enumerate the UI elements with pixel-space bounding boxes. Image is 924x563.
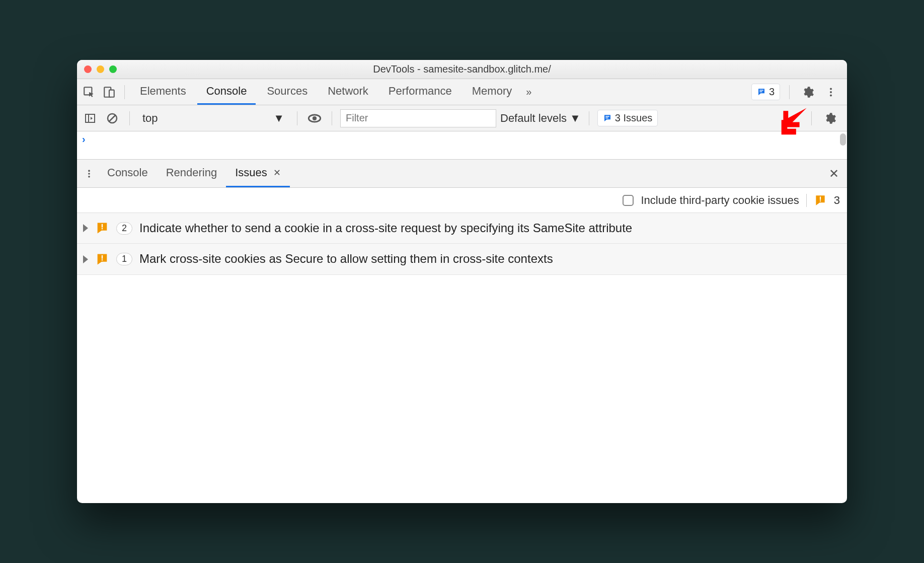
kebab-menu-icon[interactable] <box>822 83 840 101</box>
tab-sources[interactable]: Sources <box>258 79 317 105</box>
svg-rect-23 <box>102 255 103 258</box>
window-title: DevTools - samesite-sandbox.glitch.me/ <box>77 63 847 75</box>
issues-button[interactable]: 3 Issues <box>597 110 658 126</box>
svg-point-7 <box>830 94 832 96</box>
issues-total-count: 3 <box>834 194 840 207</box>
svg-rect-19 <box>820 196 821 200</box>
svg-rect-21 <box>102 224 103 228</box>
separator <box>806 194 807 207</box>
context-selector[interactable]: top ▼ <box>138 109 289 127</box>
expand-icon[interactable] <box>83 255 88 263</box>
drawer-tab-rendering[interactable]: Rendering <box>157 160 226 187</box>
drawer-tabstrip: Console Rendering Issues ✕ ✕ <box>77 160 847 188</box>
minimize-window-button[interactable] <box>97 65 104 73</box>
warning-icon <box>814 194 827 207</box>
drawer-menu-icon[interactable] <box>80 165 98 183</box>
console-toolbar-right <box>807 109 843 127</box>
separator <box>811 111 812 125</box>
svg-rect-20 <box>820 200 821 201</box>
tab-label: Issues <box>235 166 267 179</box>
settings-icon[interactable] <box>799 83 817 101</box>
traffic-lights <box>84 65 117 73</box>
svg-rect-15 <box>605 117 608 118</box>
tab-label: Console <box>107 166 148 179</box>
issues-counter-chip[interactable]: 3 <box>751 84 780 100</box>
drawer-tab-issues[interactable]: Issues ✕ <box>226 160 290 187</box>
device-toolbar-icon[interactable] <box>100 83 118 101</box>
svg-rect-24 <box>102 259 103 260</box>
separator <box>332 111 332 125</box>
svg-line-11 <box>109 115 115 121</box>
issue-count-badge: 2 <box>116 222 132 235</box>
tab-label: Console <box>206 85 247 98</box>
console-body[interactable]: › <box>77 131 847 160</box>
message-icon <box>757 88 766 97</box>
svg-rect-2 <box>109 90 114 97</box>
separator <box>297 111 297 125</box>
separator <box>589 111 589 125</box>
issue-row[interactable]: 2 Indicate whether to send a cookie in a… <box>77 213 847 244</box>
tab-label: Performance <box>389 85 452 98</box>
inspect-element-icon[interactable] <box>80 83 98 101</box>
close-tab-icon[interactable]: ✕ <box>273 167 281 178</box>
issue-title: Mark cross-site cookies as Secure to all… <box>139 251 553 267</box>
zoom-window-button[interactable] <box>109 65 117 73</box>
tab-performance[interactable]: Performance <box>379 79 461 105</box>
context-value: top <box>142 112 158 125</box>
tab-label: Memory <box>472 85 512 98</box>
log-levels-selector[interactable]: Default levels ▼ <box>500 112 581 125</box>
console-settings-icon[interactable] <box>821 109 839 127</box>
tab-elements[interactable]: Elements <box>131 79 195 105</box>
close-window-button[interactable] <box>84 65 92 73</box>
tab-label: Sources <box>267 85 307 98</box>
tab-network[interactable]: Network <box>319 79 377 105</box>
message-icon <box>603 114 612 123</box>
console-prompt-icon: › <box>82 133 86 145</box>
main-tabstrip: Elements Console Sources Network Perform… <box>77 79 847 105</box>
tabstrip-right: 3 <box>751 83 844 101</box>
svg-point-17 <box>88 173 90 175</box>
drawer-tab-console[interactable]: Console <box>98 160 157 187</box>
svg-rect-8 <box>86 114 95 122</box>
third-party-checkbox[interactable] <box>623 195 634 206</box>
third-party-label: Include third-party cookie issues <box>641 194 799 207</box>
close-drawer-icon[interactable]: ✕ <box>829 167 844 181</box>
separator <box>129 111 130 125</box>
separator <box>789 85 790 99</box>
expand-icon[interactable] <box>83 224 88 232</box>
dropdown-icon: ▼ <box>570 112 581 125</box>
separator <box>124 85 125 99</box>
dropdown-icon: ▼ <box>273 112 284 125</box>
svg-rect-14 <box>605 116 609 117</box>
warning-icon <box>95 252 109 266</box>
tab-label: Network <box>328 85 368 98</box>
svg-rect-4 <box>759 91 762 92</box>
svg-rect-22 <box>102 228 103 229</box>
issues-chip-count: 3 <box>769 86 775 98</box>
svg-point-13 <box>313 116 317 120</box>
svg-rect-3 <box>759 90 763 91</box>
issue-count-badge: 1 <box>116 253 132 265</box>
scrollbar-thumb[interactable] <box>840 133 846 146</box>
toggle-sidebar-icon[interactable] <box>81 109 99 127</box>
devtools-window: DevTools - samesite-sandbox.glitch.me/ E… <box>77 60 847 503</box>
issue-row[interactable]: 1 Mark cross-site cookies as Secure to a… <box>77 244 847 274</box>
tab-memory[interactable]: Memory <box>463 79 521 105</box>
issue-title: Indicate whether to send a cookie in a c… <box>139 220 632 236</box>
titlebar: DevTools - samesite-sandbox.glitch.me/ <box>77 60 847 79</box>
svg-point-5 <box>830 88 832 90</box>
tab-label: Elements <box>140 85 186 98</box>
tab-console[interactable]: Console <box>197 79 256 105</box>
svg-point-6 <box>830 91 832 93</box>
issues-button-label: 3 Issues <box>615 112 652 124</box>
clear-console-icon[interactable] <box>103 109 121 127</box>
live-expression-icon[interactable] <box>305 109 324 127</box>
console-toolbar: top ▼ Default levels ▼ 3 Issues <box>77 105 847 131</box>
issues-toolbar: Include third-party cookie issues 3 <box>77 188 847 213</box>
svg-point-16 <box>88 170 90 172</box>
warning-icon <box>95 221 109 235</box>
tab-label: Rendering <box>166 166 217 179</box>
more-tabs-icon[interactable]: » <box>523 86 534 98</box>
filter-input[interactable] <box>340 109 496 127</box>
levels-label: Default levels <box>500 112 567 125</box>
